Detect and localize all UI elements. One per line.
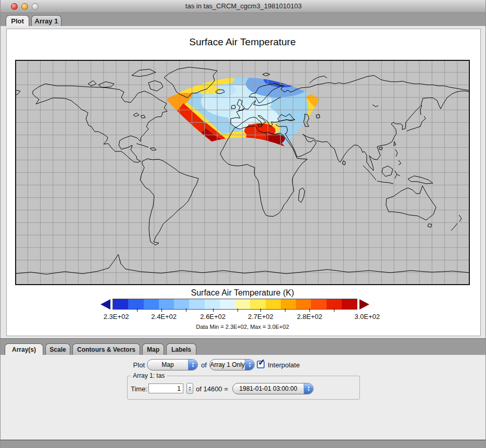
of-label: of — [201, 361, 207, 369]
tab-scale-label: Scale — [49, 346, 66, 353]
check-icon: ✓ — [258, 357, 265, 368]
tab-contours-vectors-label: Contours & Vectors — [77, 346, 135, 353]
array-mode-value: Array 1 Only — [210, 361, 245, 368]
tab-contours-vectors[interactable]: Contours & Vectors — [72, 343, 140, 355]
colorbar-segment — [342, 299, 357, 309]
colorbar-tick-label: 2.8E+02 — [297, 313, 322, 321]
time-input[interactable] — [148, 383, 183, 393]
colorbar-tick-labels: 2.3E+022.4E+022.6E+022.7E+022.8E+023.0E+… — [113, 313, 357, 321]
colorbar-segments — [113, 299, 357, 310]
colorbar-segment — [113, 299, 128, 309]
plot-type-select[interactable]: Map ▲▼ — [147, 359, 198, 370]
colorbar-tick — [238, 309, 238, 312]
select-stepper-icon: ▲▼ — [188, 360, 197, 370]
tab-labels-label: Labels — [171, 346, 191, 353]
plot-title: Surface Air Temperature — [15, 36, 470, 48]
colorbar-tick — [309, 309, 310, 312]
array-mode-select[interactable]: Array 1 Only ▲▼ — [209, 359, 255, 370]
colorbar-underflow-arrow — [101, 299, 110, 310]
colorbar-segment — [250, 299, 265, 309]
interpolate-label: Interpolate — [268, 361, 300, 369]
tab-scale[interactable]: Scale — [45, 343, 70, 355]
colorbar-tick-label: 2.6E+02 — [200, 313, 226, 321]
bottom-tab-strip: Array(s) Scale Contours & Vectors Map La… — [1, 338, 486, 355]
colorbar: 2.3E+022.4E+022.6E+022.7E+022.8E+023.0E+… — [99, 299, 376, 323]
colorbar-segment — [266, 299, 281, 309]
colorbar-tick — [161, 309, 162, 312]
colorbar-segment — [128, 299, 143, 309]
colorbar-segment — [327, 299, 342, 309]
window-bottom-bar — [1, 440, 486, 448]
top-tab-strip: Plot Array 1 — [1, 13, 486, 26]
tab-arrays[interactable]: Array(s) — [5, 343, 43, 355]
colorbar-tick-label: 2.3E+02 — [104, 313, 129, 321]
plot-label: Plot — [120, 361, 145, 369]
colorbar-tick — [285, 309, 285, 312]
app-window: tas in tas_CRCM_cgcm3_1981010103 Plot Ar… — [0, 0, 486, 448]
datetime-value: 1981-01-01 03:00:00 — [233, 385, 304, 392]
map-plot-area — [15, 60, 470, 285]
time-total-label: of 14600 = — [196, 385, 228, 393]
time-stepper[interactable]: ▲ ▼ — [186, 383, 193, 394]
colorbar-overflow-arrow — [359, 299, 369, 310]
select-stepper-icon: ▲▼ — [245, 360, 254, 370]
select-stepper-icon: ▲▼ — [304, 383, 313, 394]
colorbar-segment — [189, 299, 204, 309]
colorbar-segment — [311, 299, 326, 309]
interpolate-checkbox[interactable]: ✓ — [257, 361, 265, 368]
colorbar-segment — [296, 299, 311, 309]
colorbar-title: Surface Air Temperature (K) — [15, 288, 470, 298]
stepper-down-icon: ▼ — [189, 389, 191, 391]
tab-array-1[interactable]: Array 1 — [31, 15, 61, 26]
tab-plot-label: Plot — [11, 17, 24, 25]
world-map — [15, 60, 470, 285]
tab-labels[interactable]: Labels — [166, 343, 196, 355]
groupbox-legend: Array 1: tas — [131, 372, 167, 379]
colorbar-tick — [186, 309, 186, 312]
colorbar-footnote: Data Min = 2.3E+02, Max = 3.0E+02 — [15, 324, 470, 330]
colorbar-tick — [334, 309, 334, 312]
colorbar-tick-label: 2.7E+02 — [248, 313, 273, 321]
tab-arrays-label: Array(s) — [12, 346, 36, 353]
tab-map-label: Map — [147, 346, 159, 353]
colorbar-segment — [205, 299, 220, 309]
colorbar-tick — [213, 309, 214, 312]
colorbar-segment — [159, 299, 174, 309]
tab-plot[interactable]: Plot — [6, 15, 29, 26]
colorbar-tick — [260, 309, 261, 312]
colorbar-tick-label: 2.4E+02 — [151, 313, 177, 321]
colorbar-segment — [281, 299, 296, 309]
window-title: tas in tas_CRCM_cgcm3_1981010103 — [1, 2, 486, 10]
colorbar-segment — [235, 299, 250, 309]
plot-type-value: Map — [147, 361, 188, 368]
tab-array-1-label: Array 1 — [35, 17, 58, 25]
colorbar-tick-label: 3.0E+02 — [354, 313, 380, 321]
colorbar-segment — [220, 299, 235, 309]
array-1-groupbox: Array 1: tas Time: ▲ ▼ of 14600 = 1981-0… — [127, 376, 360, 400]
colorbar-segment — [174, 299, 189, 309]
time-label: Time: — [131, 385, 147, 393]
colorbar-tick — [137, 309, 138, 312]
tab-map[interactable]: Map — [142, 343, 164, 355]
window-titlebar[interactable]: tas in tas_CRCM_cgcm3_1981010103 — [1, 0, 486, 13]
colorbar-segment — [144, 299, 159, 309]
datetime-select[interactable]: 1981-01-01 03:00:00 ▲▼ — [232, 383, 314, 394]
